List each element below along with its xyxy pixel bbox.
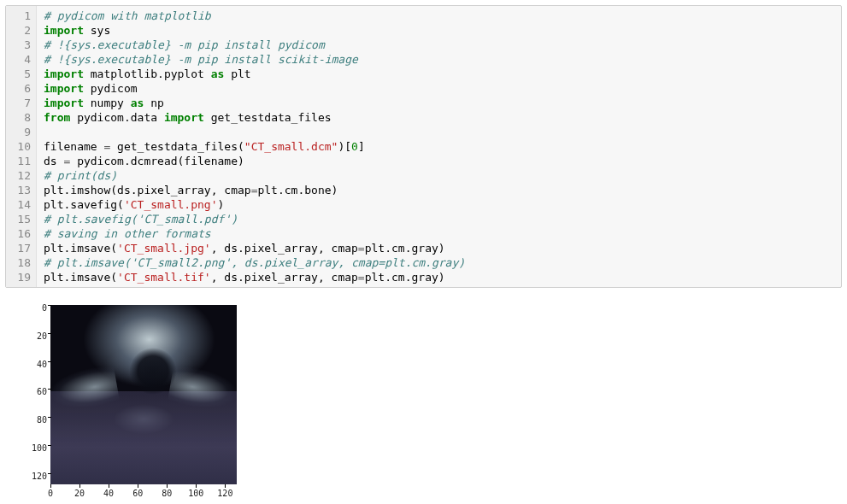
code-line[interactable]: import numpy as np xyxy=(44,96,834,110)
code-line[interactable]: plt.imsave('CT_small.jpg', ds.pixel_arra… xyxy=(44,241,834,255)
code-token: plt.imsave( xyxy=(44,242,117,255)
code-token: )[ xyxy=(338,140,351,153)
code-token: get_testdata_files xyxy=(204,111,332,124)
code-token: sys xyxy=(84,24,110,37)
code-line[interactable]: # saving in other formats xyxy=(44,226,834,241)
x-tick-mark xyxy=(50,484,51,488)
code-token: plt xyxy=(224,67,250,80)
y-tick-label: 60 xyxy=(30,384,47,399)
y-tick-label: 120 xyxy=(30,469,47,483)
line-number: 2 xyxy=(6,23,31,38)
line-number: 3 xyxy=(6,38,31,52)
x-tick-mark xyxy=(79,484,80,488)
x-tick-mark xyxy=(196,484,197,488)
code-line[interactable]: # !{sys.executable} -m pip install pydic… xyxy=(44,38,834,52)
code-line[interactable]: import sys xyxy=(44,23,834,38)
code-token: # plt.savefig('CT_small.pdf') xyxy=(44,213,238,226)
line-number: 9 xyxy=(6,125,31,139)
code-line[interactable]: # !{sys.executable} -m pip install sciki… xyxy=(44,52,834,67)
code-input-cell[interactable]: 12345678910111213141516171819 # pydicom … xyxy=(5,5,842,288)
code-token: # pydicom with matplotlib xyxy=(44,9,211,22)
code-token: plt.imshow(ds.pixel_array, cmap xyxy=(44,184,251,196)
y-tick-mark xyxy=(48,473,51,474)
code-token: import xyxy=(44,82,84,95)
matplotlib-output-figure: 020406080100120020406080100120 xyxy=(10,296,250,501)
code-line[interactable]: import matplotlib.pyplot as plt xyxy=(44,67,834,81)
code-token: = xyxy=(358,271,365,284)
code-token: plt.cm.gray) xyxy=(365,271,445,284)
code-line[interactable]: plt.imshow(ds.pixel_array, cmap=plt.cm.b… xyxy=(44,183,834,197)
code-token: as xyxy=(131,97,144,109)
code-line[interactable]: from pydicom.data import get_testdata_fi… xyxy=(44,110,834,125)
code-editor[interactable]: # pydicom with matplotlibimport sys# !{s… xyxy=(37,6,841,287)
line-number-gutter: 12345678910111213141516171819 xyxy=(6,6,37,287)
x-tick-mark xyxy=(138,484,138,488)
x-tick-label: 80 xyxy=(162,486,172,501)
code-token: # !{sys.executable} -m pip install sciki… xyxy=(44,53,358,66)
x-tick-label: 0 xyxy=(48,486,53,501)
code-token: 0 xyxy=(351,140,358,153)
code-line[interactable]: # pydicom with matplotlib xyxy=(44,9,834,23)
code-token: ) xyxy=(218,198,225,211)
code-token: plt.cm.gray) xyxy=(365,242,445,255)
y-tick-mark xyxy=(48,333,51,334)
code-line[interactable]: ds = pydicom.dcmread(filename) xyxy=(44,154,834,168)
code-token: # !{sys.executable} -m pip install pydic… xyxy=(44,38,325,51)
code-token: plt.cm.bone) xyxy=(257,184,338,196)
x-tick-label: 100 xyxy=(188,486,203,501)
line-number: 15 xyxy=(6,212,31,226)
x-tick-label: 40 xyxy=(103,486,114,501)
code-line[interactable]: # plt.imsave('CT_small2.png', ds.pixel_a… xyxy=(44,255,834,270)
code-token: 'CT_small.tif' xyxy=(117,271,211,284)
code-token: plt.savefig( xyxy=(44,198,124,211)
code-token: from xyxy=(44,111,70,124)
code-token: pydicom.dcmread(filename) xyxy=(70,155,244,167)
code-token: matplotlib.pyplot xyxy=(84,67,211,80)
x-tick-mark xyxy=(109,484,109,488)
code-line[interactable]: # print(ds) xyxy=(44,168,834,183)
code-token: , ds.pixel_array, cmap xyxy=(211,242,358,255)
x-tick-label: 60 xyxy=(132,486,143,501)
code-line[interactable]: plt.imsave('CT_small.tif', ds.pixel_arra… xyxy=(44,270,834,284)
code-line[interactable]: import pydicom xyxy=(44,81,834,96)
plot-image-axes xyxy=(50,305,237,484)
code-token: pydicom xyxy=(84,82,138,95)
line-number: 16 xyxy=(6,226,31,241)
code-line[interactable] xyxy=(44,125,834,139)
line-number: 10 xyxy=(6,139,31,154)
code-token: ] xyxy=(358,140,365,153)
code-token: np xyxy=(144,97,163,109)
code-token: # print(ds) xyxy=(44,169,117,182)
y-tick-mark xyxy=(48,417,51,418)
line-number: 18 xyxy=(6,255,31,270)
x-tick-mark xyxy=(225,484,226,488)
line-number: 17 xyxy=(6,241,31,255)
code-line[interactable]: filename = get_testdata_files("CT_small.… xyxy=(44,139,834,154)
line-number: 19 xyxy=(6,270,31,284)
y-tick-mark xyxy=(48,361,51,362)
line-number: 13 xyxy=(6,183,31,197)
code-token: plt.imsave( xyxy=(44,271,117,284)
code-token: as xyxy=(211,67,225,80)
y-tick-label: 40 xyxy=(30,357,47,372)
y-tick-label: 100 xyxy=(30,441,47,455)
code-token: = xyxy=(358,242,365,255)
x-tick-mark xyxy=(167,484,168,488)
line-number: 6 xyxy=(6,81,31,96)
line-number: 5 xyxy=(6,67,31,81)
code-token: import xyxy=(164,111,204,124)
line-number: 12 xyxy=(6,168,31,183)
y-tick-label: 0 xyxy=(30,301,47,315)
code-token: get_testdata_files( xyxy=(110,140,244,153)
line-number: 1 xyxy=(6,9,31,23)
code-token: # plt.imsave('CT_small2.png', ds.pixel_a… xyxy=(44,256,465,269)
y-tick-mark xyxy=(48,445,51,446)
code-line[interactable]: plt.savefig('CT_small.png') xyxy=(44,197,834,212)
code-token: , ds.pixel_array, cmap xyxy=(211,271,358,284)
line-number: 11 xyxy=(6,154,31,168)
code-token: pydicom.data xyxy=(70,111,164,124)
code-token: 'CT_small.png' xyxy=(124,198,218,211)
code-line[interactable]: # plt.savefig('CT_small.pdf') xyxy=(44,212,834,226)
code-token: numpy xyxy=(84,97,131,109)
y-tick-mark xyxy=(48,305,51,306)
